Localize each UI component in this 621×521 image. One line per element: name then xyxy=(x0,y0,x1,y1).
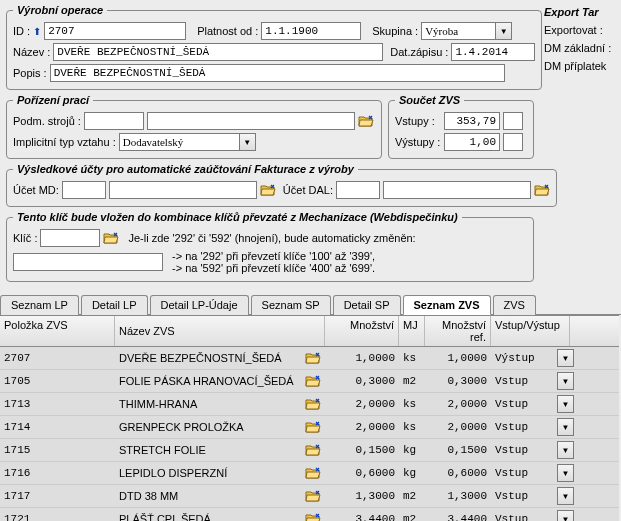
vstupy-unit[interactable] xyxy=(503,112,523,130)
folder-icon[interactable] xyxy=(103,231,119,245)
chevron-down-icon[interactable]: ▼ xyxy=(557,464,574,482)
cell-vv: Vstup xyxy=(491,419,553,435)
cell-mj: kg xyxy=(399,442,425,458)
folder-icon[interactable] xyxy=(358,114,374,128)
operation-title: Výrobní operace xyxy=(13,4,107,16)
porizeni-group: Pořízení prací Podm. strojů : Implicitní… xyxy=(6,94,382,159)
md-input-2[interactable] xyxy=(109,181,257,199)
platnost-label: Platnost od : xyxy=(197,25,258,37)
ucty-title: Výsledkové účty pro automatické zaúčtová… xyxy=(13,163,358,175)
cell-mnozstvi-ref: 0,3000 xyxy=(425,373,491,389)
tab-seznam-lp[interactable]: Seznam LP xyxy=(0,295,79,315)
podm-label: Podm. strojů : xyxy=(13,115,81,127)
tab-zvs[interactable]: ZVS xyxy=(493,295,536,315)
cell-polozka: 1716 xyxy=(0,465,115,481)
cell-polozka: 1717 xyxy=(0,488,115,504)
chevron-down-icon[interactable]: ▼ xyxy=(557,395,574,413)
folder-icon[interactable] xyxy=(305,512,321,521)
col-mnozstvi[interactable]: Množství xyxy=(325,316,399,346)
cell-polozka: 1721 xyxy=(0,511,115,521)
col-nazev[interactable]: Název ZVS xyxy=(115,316,325,346)
cell-mj: ks xyxy=(399,419,425,435)
cell-vv: Vstup xyxy=(491,396,553,412)
podm-input-2[interactable] xyxy=(147,112,355,130)
cell-nazev: STRETCH FOLIE xyxy=(115,441,325,459)
folder-icon[interactable] xyxy=(260,183,276,197)
chevron-down-icon[interactable]: ▼ xyxy=(557,349,574,367)
popis-label: Popis : xyxy=(13,67,47,79)
chevron-down-icon[interactable]: ▼ xyxy=(557,441,574,459)
table-row[interactable]: 2707DVEŘE BEZPEČNOSTNÍ_ŠEDÁ1,0000ks1,000… xyxy=(0,347,619,370)
table-row[interactable]: 1715STRETCH FOLIE0,1500kg0,1500Vstup▼ xyxy=(0,439,619,462)
chevron-down-icon[interactable]: ▼ xyxy=(557,510,574,521)
vystupy-unit[interactable] xyxy=(503,133,523,151)
skupina-label: Skupina : xyxy=(372,25,418,37)
table-row[interactable]: 1713THIMM-HRANA2,0000ks2,0000Vstup▼ xyxy=(0,393,619,416)
platnost-input[interactable] xyxy=(261,22,361,40)
tab-detail-lp[interactable]: Detail LP xyxy=(81,295,148,315)
table-row[interactable]: 1717DTD 38 MM1,3000m21,3000Vstup▼ xyxy=(0,485,619,508)
table-row[interactable]: 1721PLÁŠŤ CPL ŠEDÁ3,4400m23,4400Vstup▼ xyxy=(0,508,619,521)
table-row[interactable]: 1714GRENPECK PROLOŽKA2,0000ks2,0000Vstup… xyxy=(0,416,619,439)
chevron-down-icon[interactable]: ▼ xyxy=(557,372,574,390)
chevron-down-icon[interactable]: ▼ xyxy=(239,133,256,151)
vstupy-input[interactable] xyxy=(444,112,500,130)
nazev-input[interactable] xyxy=(53,43,383,61)
col-mnozstvi-ref[interactable]: Množství ref. xyxy=(425,316,491,346)
tab-detail-lp-údaje[interactable]: Detail LP-Údaje xyxy=(150,295,249,315)
tab-detail-sp[interactable]: Detail SP xyxy=(333,295,401,315)
chevron-down-icon[interactable]: ▼ xyxy=(557,418,574,436)
dal-input-2[interactable] xyxy=(383,181,531,199)
md-label: Účet MD: xyxy=(13,184,59,196)
cell-nazev: LEPIDLO DISPERZNÍ xyxy=(115,464,325,482)
folder-icon[interactable] xyxy=(305,443,321,457)
klic-input-2[interactable] xyxy=(13,253,163,271)
datzap-input[interactable] xyxy=(451,43,535,61)
cell-polozka: 1705 xyxy=(0,373,115,389)
cell-polozka: 1715 xyxy=(0,442,115,458)
datzap-label: Dat.zápisu : xyxy=(390,46,448,58)
tab-seznam-zvs[interactable]: Seznam ZVS xyxy=(403,295,491,315)
podm-input-1[interactable] xyxy=(84,112,144,130)
skupina-select[interactable] xyxy=(421,22,495,40)
operation-group: Výrobní operace ID : ⬆ Platnost od : Sku… xyxy=(6,4,542,90)
folder-icon[interactable] xyxy=(305,420,321,434)
side-dm-pripl: DM příplatek xyxy=(544,60,617,72)
cell-vv: Vstup xyxy=(491,511,553,521)
cell-mnozstvi-ref: 1,0000 xyxy=(425,350,491,366)
md-input-1[interactable] xyxy=(62,181,106,199)
dal-input-1[interactable] xyxy=(336,181,380,199)
cell-polozka: 1713 xyxy=(0,396,115,412)
folder-icon[interactable] xyxy=(305,374,321,388)
cell-vv: Vstup xyxy=(491,488,553,504)
table-row[interactable]: 1716LEPIDLO DISPERZNÍ0,6000kg0,6000Vstup… xyxy=(0,462,619,485)
col-vstup-vystup[interactable]: Vstup/Výstup xyxy=(491,316,570,346)
popis-input[interactable] xyxy=(50,64,505,82)
soucet-title: Součet ZVS xyxy=(395,94,464,106)
arrow-up-icon[interactable]: ⬆ xyxy=(33,26,41,37)
dal-label: Účet DAL: xyxy=(283,184,333,196)
id-input[interactable] xyxy=(44,22,186,40)
chevron-down-icon[interactable]: ▼ xyxy=(557,487,574,505)
folder-icon[interactable] xyxy=(305,397,321,411)
table-row[interactable]: 1705FOLIE PÁSKA HRANOVACÍ_ŠEDÁ0,3000m20,… xyxy=(0,370,619,393)
nazev-label: Název : xyxy=(13,46,50,58)
folder-icon[interactable] xyxy=(305,489,321,503)
col-polozka[interactable]: Položka ZVS xyxy=(0,316,115,346)
cell-vv: Vstup xyxy=(491,373,553,389)
chevron-down-icon[interactable]: ▼ xyxy=(495,22,512,40)
klic-note2: -> na '292' při převzetí klíče '100' až … xyxy=(172,250,375,262)
folder-icon[interactable] xyxy=(305,466,321,480)
cell-mnozstvi: 1,0000 xyxy=(325,350,399,366)
klic-input[interactable] xyxy=(40,229,100,247)
col-mj[interactable]: MJ xyxy=(399,316,425,346)
vstupy-label: Vstupy : xyxy=(395,115,441,127)
cell-mj: ks xyxy=(399,350,425,366)
impl-select[interactable] xyxy=(119,133,239,151)
klic-note1: Je-li zde '292' či '592' (hnojení), bude… xyxy=(128,232,415,244)
cell-mnozstvi-ref: 0,1500 xyxy=(425,442,491,458)
tab-seznam-sp[interactable]: Seznam SP xyxy=(251,295,331,315)
folder-icon[interactable] xyxy=(305,351,321,365)
vystupy-input[interactable] xyxy=(444,133,500,151)
porizeni-title: Pořízení prací xyxy=(13,94,93,106)
